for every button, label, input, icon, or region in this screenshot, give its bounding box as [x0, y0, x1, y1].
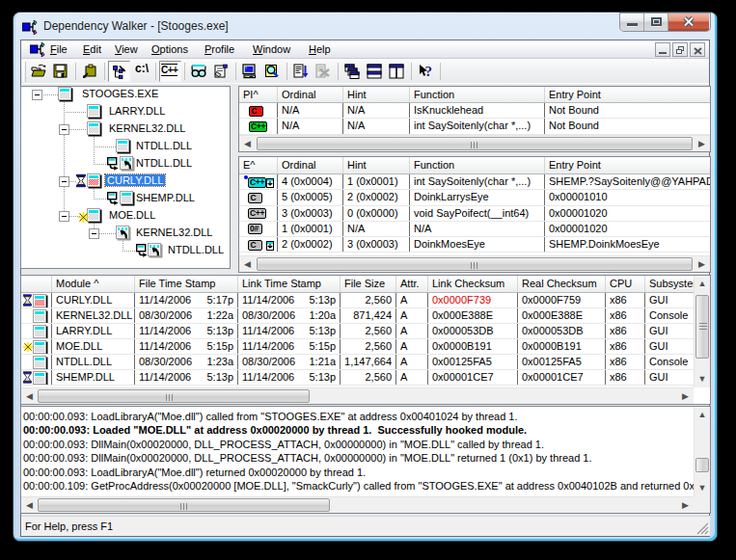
svg-text:?: ? — [425, 64, 433, 79]
